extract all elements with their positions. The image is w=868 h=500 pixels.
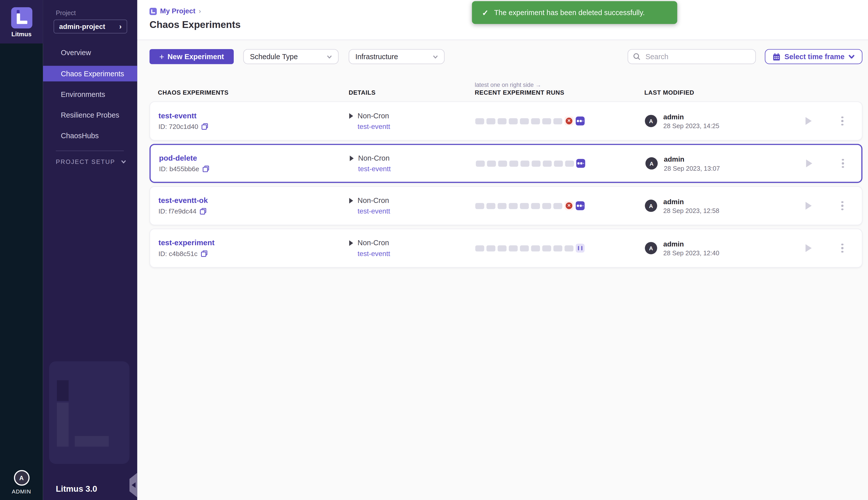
sidebar-item-environments[interactable]: Environments bbox=[43, 84, 137, 105]
run-placeholder bbox=[554, 160, 563, 167]
infrastructure-value: Infrastructure bbox=[356, 52, 398, 61]
infrastructure-link[interactable]: test-eventt bbox=[358, 123, 475, 130]
copy-icon[interactable] bbox=[203, 166, 209, 172]
litmus-logo-icon bbox=[11, 7, 32, 29]
plus-icon: + bbox=[159, 52, 164, 61]
breadcrumb-project-link[interactable]: My Project bbox=[160, 7, 195, 15]
infrastructure-select[interactable]: Infrastructure bbox=[349, 49, 444, 64]
project-select-value: admin-project bbox=[59, 23, 105, 31]
copy-icon[interactable] bbox=[200, 208, 206, 215]
chevron-right-icon: › bbox=[199, 7, 201, 15]
search-icon bbox=[633, 53, 641, 60]
modified-at: 28 Sep 2023, 13:07 bbox=[664, 164, 720, 171]
play-icon bbox=[806, 159, 812, 167]
experiment-id: ID: 720c1d40 bbox=[158, 123, 198, 130]
avatar: A bbox=[645, 157, 658, 170]
run-placeholder bbox=[542, 118, 551, 124]
run-placeholder bbox=[498, 203, 507, 209]
run-experiment-button[interactable] bbox=[806, 159, 814, 168]
run-placeholder bbox=[553, 203, 562, 209]
run-placeholder bbox=[475, 203, 484, 209]
run-running-icon[interactable] bbox=[576, 202, 585, 210]
row-menu-button[interactable] bbox=[840, 115, 844, 127]
infrastructure-link[interactable]: test-eventt bbox=[358, 165, 476, 173]
experiment-row[interactable]: test-eventt ID: 720c1d40 Non-Cron test-e… bbox=[150, 101, 863, 140]
run-placeholder bbox=[520, 118, 529, 124]
search-input[interactable] bbox=[644, 52, 751, 61]
row-menu-button[interactable] bbox=[840, 242, 844, 254]
chevron-down-icon bbox=[848, 55, 854, 59]
run-placeholder bbox=[532, 160, 541, 167]
new-experiment-button[interactable]: + New Experiment bbox=[150, 49, 234, 64]
col-chaos-experiments: CHAOS EXPERIMENTS bbox=[158, 89, 349, 96]
user-role-label: ADMIN bbox=[12, 488, 31, 495]
schedule-type-select[interactable]: Schedule Type bbox=[243, 49, 339, 64]
runs-order-note: latest one on right side → bbox=[475, 81, 541, 88]
experiment-name-link[interactable]: test-eventt-ok bbox=[158, 196, 349, 205]
run-placeholder bbox=[520, 245, 529, 251]
run-placeholder bbox=[543, 160, 552, 167]
experiment-row[interactable]: pod-delete ID: b455bb6e Non-Cron test-ev… bbox=[150, 144, 863, 183]
sidebar-item-chaoshubs[interactable]: ChaosHubs bbox=[43, 125, 137, 146]
rail-user-area[interactable]: A ADMIN bbox=[0, 470, 43, 495]
run-paused-icon[interactable] bbox=[576, 244, 585, 252]
run-placeholder bbox=[476, 160, 485, 167]
non-cron-icon bbox=[349, 198, 353, 203]
sidebar: Project admin-project › OverviewChaos Ex… bbox=[43, 0, 137, 500]
experiment-row[interactable]: test-experiment ID: c4b8c51c Non-Cron te… bbox=[150, 229, 863, 268]
modified-by: admin bbox=[663, 198, 719, 205]
row-menu-button[interactable] bbox=[840, 200, 844, 212]
project-icon bbox=[150, 8, 157, 15]
experiment-name-link[interactable]: pod-delete bbox=[159, 154, 350, 162]
recent-runs: ✕ bbox=[475, 202, 645, 210]
run-placeholder bbox=[475, 245, 484, 251]
infrastructure-link[interactable]: test-eventt bbox=[358, 250, 475, 258]
run-failed-icon[interactable]: ✕ bbox=[564, 116, 573, 125]
copy-icon[interactable] bbox=[202, 123, 208, 130]
logo-label: Litmus bbox=[11, 31, 32, 37]
run-placeholder bbox=[553, 245, 562, 251]
experiment-id: ID: f7e9dc44 bbox=[158, 207, 196, 215]
sidebar-collapse-button[interactable] bbox=[129, 473, 137, 497]
run-failed-icon[interactable]: ✕ bbox=[564, 202, 573, 210]
row-menu-button[interactable] bbox=[841, 158, 845, 169]
run-running-icon[interactable] bbox=[576, 159, 585, 168]
run-experiment-button[interactable] bbox=[805, 202, 813, 210]
rail-logo-area[interactable]: Litmus bbox=[0, 0, 43, 44]
table-header: CHAOS EXPERIMENTS DETAILS RECENT EXPERIM… bbox=[150, 89, 863, 96]
chevron-right-icon: › bbox=[119, 23, 122, 30]
page-title: Chaos Experiments bbox=[150, 19, 241, 31]
user-avatar[interactable]: A bbox=[14, 470, 29, 486]
time-frame-label: Select time frame bbox=[785, 52, 844, 61]
chevron-left-icon bbox=[132, 482, 136, 488]
col-recent-runs: RECENT EXPERIMENT RUNS bbox=[475, 89, 644, 96]
copy-icon[interactable] bbox=[201, 250, 207, 257]
project-select[interactable]: admin-project › bbox=[54, 20, 127, 34]
sidebar-item-chaos-experiments[interactable]: Chaos Experiments bbox=[43, 66, 137, 81]
select-time-frame-button[interactable]: Select time frame bbox=[765, 49, 863, 64]
modified-by: admin bbox=[663, 240, 719, 248]
sidebar-nav: OverviewChaos ExperimentsEnvironmentsRes… bbox=[43, 42, 137, 146]
run-placeholder bbox=[564, 245, 573, 251]
sidebar-item-overview[interactable]: Overview bbox=[43, 42, 137, 63]
avatar: A bbox=[645, 242, 657, 254]
run-experiment-button[interactable] bbox=[805, 116, 813, 125]
sidebar-item-resilience-probes[interactable]: Resilience Probes bbox=[43, 105, 137, 125]
experiment-row[interactable]: test-eventt-ok ID: f7e9dc44 Non-Cron tes… bbox=[150, 186, 863, 225]
sidebar-item-project-setup[interactable]: PROJECT SETUP bbox=[56, 158, 126, 165]
toast-message: The experiment has been deleted successf… bbox=[494, 8, 645, 16]
infrastructure-link[interactable]: test-eventt bbox=[358, 207, 475, 215]
run-running-icon[interactable] bbox=[576, 116, 585, 125]
experiment-name-link[interactable]: test-experiment bbox=[158, 239, 349, 247]
run-experiment-button[interactable] bbox=[805, 244, 813, 252]
experiment-name-link[interactable]: test-eventt bbox=[158, 112, 349, 120]
run-placeholder bbox=[509, 160, 518, 167]
schedule-type-value: Non-Cron bbox=[358, 196, 389, 205]
run-placeholder bbox=[509, 203, 518, 209]
experiment-id: ID: c4b8c51c bbox=[158, 250, 198, 258]
recent-runs bbox=[475, 244, 645, 252]
experiments-table: test-eventt ID: 720c1d40 Non-Cron test-e… bbox=[150, 101, 863, 271]
avatar: A bbox=[645, 115, 657, 127]
run-placeholder bbox=[520, 160, 529, 167]
run-placeholder bbox=[531, 245, 540, 251]
